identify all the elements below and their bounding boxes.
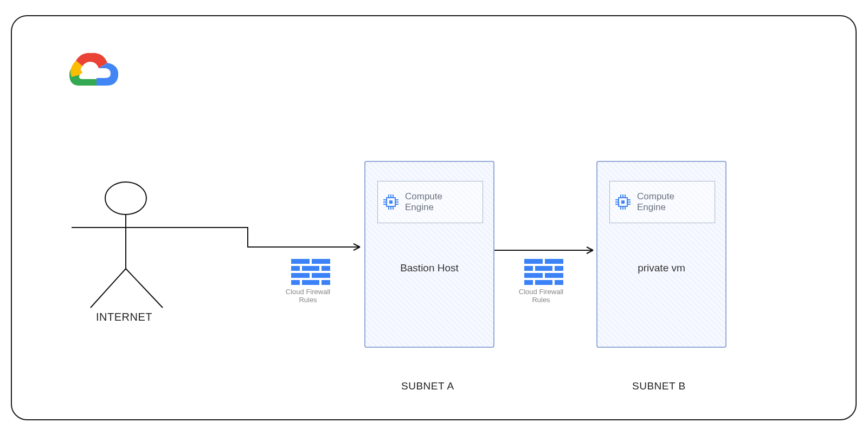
compute-engine-card-a: Compute Engine [377,181,483,223]
private-vm-label: private vm [597,262,725,274]
firewall-icon [524,259,563,285]
subnet-a-box: Compute Engine Bastion Host [364,161,494,348]
compute-engine-text: Compute Engine [405,191,442,212]
arrow-bastion-to-private [494,245,597,256]
gcp-logo-icon [64,47,124,93]
subnet-a-label: SUBNET A [401,380,454,392]
firewall-1: Cloud Firewall Rules [288,259,332,304]
firewall-icon [291,259,330,285]
svg-rect-6 [389,200,393,204]
svg-point-0 [105,182,146,214]
internet-label: INTERNET [96,311,152,323]
compute-engine-icon [383,194,398,210]
compute-engine-text: Compute Engine [637,191,674,212]
svg-line-4 [126,269,163,308]
arrow-internet-to-bastion [191,216,367,253]
firewall-2: Cloud Firewall Rules [522,259,565,304]
svg-line-3 [91,269,126,308]
firewall-label: Cloud Firewall Rules [517,288,565,304]
svg-rect-21 [621,200,625,204]
subnet-b-label: SUBNET B [632,380,686,392]
bastion-host-label: Bastion Host [365,262,493,274]
compute-engine-card-b: Compute Engine [609,181,715,223]
compute-engine-icon [615,194,631,210]
diagram-frame: INTERNET Cloud Firewall Rules [11,15,857,420]
firewall-label: Cloud Firewall Rules [284,288,332,304]
subnet-b-box: Compute Engine private vm [596,161,726,348]
